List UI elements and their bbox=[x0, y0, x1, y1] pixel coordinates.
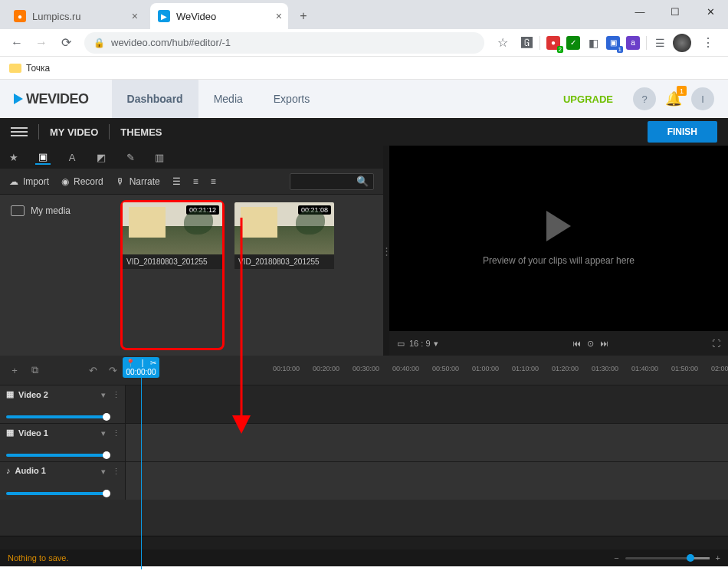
url-field[interactable]: 🔒 wevideo.com/hub#editor/-1 bbox=[84, 32, 484, 54]
narrate-button[interactable]: 🎙Narrate bbox=[116, 176, 160, 187]
view-list-button[interactable]: ☰ bbox=[172, 176, 181, 187]
redo-button[interactable]: ↷ bbox=[103, 360, 123, 380]
bookmark-item[interactable]: Точка bbox=[26, 63, 50, 74]
zoom-slider[interactable] bbox=[625, 557, 710, 559]
text-tab[interactable]: A bbox=[64, 149, 80, 165]
address-bar: ← → ⟳ 🔒 wevideo.com/hub#editor/-1 ☆ 🅶 ●2… bbox=[0, 29, 728, 57]
media-clip[interactable]: 00:21:08 VID_20180803_201255 bbox=[234, 202, 334, 348]
adblock-icon[interactable]: ●2 bbox=[546, 36, 560, 50]
opacity-slider[interactable] bbox=[6, 454, 107, 457]
track-body[interactable] bbox=[126, 462, 728, 500]
favorites-tab[interactable]: ★ bbox=[6, 149, 21, 165]
more-icon[interactable]: ⋮ bbox=[112, 428, 120, 438]
reload-button[interactable]: ⟳ bbox=[55, 32, 77, 54]
profile-avatar[interactable] bbox=[673, 34, 691, 52]
browser-tab-active[interactable]: ▶ WeVideo × bbox=[150, 3, 288, 29]
nav-exports[interactable]: Exports bbox=[258, 80, 325, 118]
themes-button[interactable]: THEMES bbox=[120, 126, 162, 138]
close-icon[interactable]: × bbox=[132, 10, 138, 22]
backgrounds-tab[interactable]: ▥ bbox=[152, 149, 167, 165]
time-ruler[interactable]: 00:10:00 00:20:00 00:30:00 00:40:00 00:5… bbox=[248, 365, 728, 376]
status-bar: Nothing to save. − + bbox=[0, 549, 728, 566]
extension-icon[interactable]: ▣1 bbox=[606, 36, 620, 50]
back-button[interactable]: ← bbox=[6, 32, 28, 54]
playhead-time: 00:00:00 bbox=[123, 368, 159, 376]
preview-controls: ▭ 16 : 9 ▾ ⏮ ⊙ ⏭ ⛶ bbox=[389, 331, 728, 356]
playhead[interactable]: 📍|✂ 00:00:00 bbox=[123, 357, 159, 378]
clip-duration: 00:21:12 bbox=[186, 205, 219, 215]
opacity-slider[interactable] bbox=[6, 415, 107, 418]
zoom-out-button[interactable]: − bbox=[614, 553, 618, 563]
chevron-down-icon[interactable]: ▾ bbox=[101, 467, 106, 477]
maximize-button[interactable]: ☐ bbox=[657, 0, 693, 23]
window-close-button[interactable]: ✕ bbox=[693, 0, 728, 23]
track-body[interactable] bbox=[126, 385, 728, 423]
timeline-scrollbar[interactable] bbox=[0, 536, 728, 549]
filter-button[interactable]: ≡ bbox=[211, 176, 216, 187]
notifications-button[interactable]: 🔔 1 bbox=[662, 87, 685, 110]
aspect-ratio-button[interactable]: 16 : 9 bbox=[409, 339, 431, 348]
panel-resizer[interactable]: ⋮ bbox=[383, 146, 389, 356]
track-header[interactable]: ▦Video 2 ▾⋮ bbox=[0, 385, 126, 423]
folder-item[interactable]: My media bbox=[8, 202, 115, 219]
favorite-button[interactable]: ☆ bbox=[492, 32, 513, 54]
minimize-button[interactable]: — bbox=[622, 0, 657, 23]
search-input[interactable]: 🔍 bbox=[290, 173, 374, 190]
copy-button[interactable]: ⧉ bbox=[25, 360, 44, 380]
track-header[interactable]: ♪Audio 1 ▾⋮ bbox=[0, 462, 126, 500]
track-header[interactable]: ▦Video 1 ▾⋮ bbox=[0, 424, 126, 461]
undo-button[interactable]: ↶ bbox=[83, 360, 103, 380]
nav-dashboard[interactable]: Dashboard bbox=[112, 80, 198, 118]
url-text: wevideo.com/hub#editor/-1 bbox=[111, 37, 231, 48]
folder-icon bbox=[11, 205, 25, 216]
forward-button[interactable]: → bbox=[31, 32, 52, 54]
next-button[interactable]: ⏭ bbox=[600, 339, 608, 349]
clip-name: VID_20180803_201255 bbox=[234, 254, 334, 269]
transitions-tab[interactable]: ◩ bbox=[93, 149, 109, 165]
help-button[interactable]: ? bbox=[633, 87, 656, 110]
search-icon: 🔍 bbox=[356, 175, 369, 187]
prev-button[interactable]: ⏮ bbox=[572, 339, 581, 349]
user-avatar[interactable]: I bbox=[691, 87, 714, 110]
mic-icon: 🎙 bbox=[116, 176, 125, 187]
wevideo-logo[interactable]: WEVIDEO bbox=[14, 91, 89, 107]
fullscreen-button[interactable]: ⛶ bbox=[712, 339, 720, 348]
upgrade-button[interactable]: UPGRADE bbox=[563, 93, 613, 105]
graphics-tab[interactable]: ✎ bbox=[123, 149, 138, 165]
media-tab[interactable]: ▣ bbox=[35, 149, 51, 165]
media-clip[interactable]: 00:21:12 VID_20180803_201255 bbox=[123, 202, 222, 348]
track-body[interactable] bbox=[126, 424, 728, 461]
zoom-in-button[interactable]: + bbox=[716, 553, 720, 563]
extension-icon[interactable]: ✓ bbox=[566, 36, 580, 50]
chevron-down-icon[interactable]: ▾ bbox=[434, 339, 438, 349]
chevron-down-icon[interactable]: ▾ bbox=[101, 428, 106, 438]
save-status: Nothing to save. bbox=[8, 553, 69, 563]
menu-button[interactable] bbox=[11, 125, 28, 139]
more-icon[interactable]: ⋮ bbox=[112, 390, 120, 400]
translate-icon[interactable]: 🅶 bbox=[520, 36, 533, 50]
record-button[interactable]: ◉Record bbox=[61, 176, 103, 187]
extension-icon[interactable]: a bbox=[626, 36, 640, 50]
app-header: WEVIDEO Dashboard Media Exports UPGRADE … bbox=[0, 80, 728, 118]
more-icon[interactable]: ⋮ bbox=[112, 467, 120, 477]
editor-header: MY VIDEO THEMES FINISH bbox=[0, 118, 728, 146]
divider bbox=[646, 36, 647, 50]
extension-icon[interactable]: ◧ bbox=[586, 36, 600, 50]
volume-slider[interactable] bbox=[6, 492, 107, 495]
menu-button[interactable]: ⋮ bbox=[697, 32, 719, 54]
add-track-button[interactable]: + bbox=[5, 360, 25, 380]
project-title[interactable]: MY VIDEO bbox=[50, 126, 98, 138]
reading-list-icon[interactable]: ☰ bbox=[653, 36, 667, 50]
preview-placeholder: Preview of your clips will appear here bbox=[483, 255, 635, 266]
track-audio-1: ♪Audio 1 ▾⋮ bbox=[0, 461, 728, 500]
import-button[interactable]: ☁Import bbox=[9, 176, 49, 187]
new-tab-button[interactable]: + bbox=[293, 5, 314, 27]
close-icon[interactable]: × bbox=[276, 10, 282, 22]
finish-button[interactable]: FINISH bbox=[648, 121, 717, 143]
nav-media[interactable]: Media bbox=[198, 80, 258, 118]
browser-tab-inactive[interactable]: ● Lumpics.ru × bbox=[6, 3, 144, 29]
play-button[interactable]: ⊙ bbox=[587, 339, 594, 349]
sort-button[interactable]: ≡ bbox=[193, 176, 198, 187]
chevron-down-icon[interactable]: ▾ bbox=[101, 390, 106, 400]
track-video-2: ▦Video 2 ▾⋮ bbox=[0, 385, 728, 423]
